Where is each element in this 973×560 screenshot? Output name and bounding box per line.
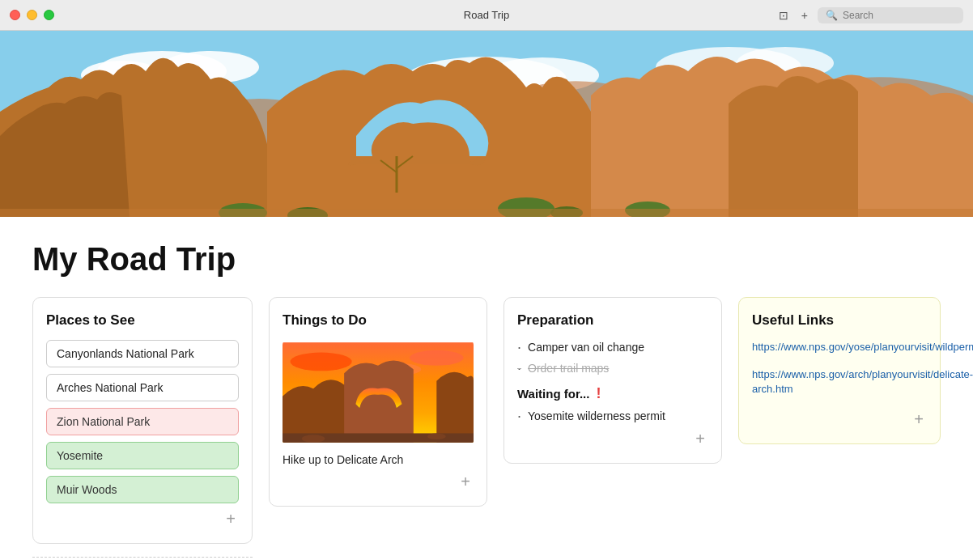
minimize-button[interactable] [27, 10, 37, 20]
bullet-done-icon: · [517, 361, 521, 375]
prep-add-button[interactable]: + [517, 430, 708, 448]
waiting-header: Waiting for... ! [517, 385, 708, 402]
prep-item-oilchange[interactable]: · Camper van oil change [517, 340, 708, 354]
waiting-heading: Waiting for... [517, 387, 589, 401]
waiting-item-permit[interactable]: · Yosemite wilderness permit [517, 409, 708, 423]
new-tab-icon[interactable]: ⊡ [775, 7, 792, 23]
prep-plus-icon: + [695, 430, 705, 448]
traffic-lights [10, 10, 54, 20]
page-title: My Road Trip [32, 241, 941, 278]
add-list-button[interactable]: + Add List [32, 557, 253, 560]
main-content: My Road Trip Places to See Canyonlands N… [0, 217, 973, 560]
places-add-button[interactable]: + [46, 510, 239, 528]
place-item-arches[interactable]: Arches National Park [46, 374, 239, 401]
bullet-icon: · [517, 340, 521, 354]
links-heading: Useful Links [752, 312, 927, 329]
links-add-button[interactable]: + [752, 410, 927, 429]
preparation-card: Preparation · Camper van oil change · Or… [503, 297, 722, 464]
things-heading: Things to Do [283, 312, 474, 329]
todo-image [283, 340, 474, 445]
add-icon[interactable]: + [798, 7, 811, 23]
svg-rect-16 [0, 209, 973, 217]
place-item-muirwoods[interactable]: Muir Woods [46, 476, 239, 503]
svg-point-23 [427, 433, 446, 439]
things-plus-icon: + [461, 473, 470, 491]
waiting-bullet-icon: · [517, 409, 521, 423]
titlebar: Road Trip ⊡ + 🔍 Search [0, 0, 973, 31]
places-heading: Places to See [46, 312, 239, 329]
svg-point-19 [410, 350, 464, 366]
links-card: Useful Links https://www.nps.gov/yose/pl… [738, 297, 941, 444]
columns-container: Places to See Canyonlands National Park … [32, 297, 941, 544]
prep-item-trailmaps[interactable]: · Order trail maps [517, 361, 708, 375]
link-item-arch[interactable]: https://www.nps.gov/arch/planyourvisit/d… [752, 367, 927, 397]
place-item-zion[interactable]: Zion National Park [46, 408, 239, 435]
svg-point-18 [291, 353, 352, 371]
links-plus-icon: + [914, 410, 924, 429]
exclamation-icon: ! [596, 385, 601, 402]
places-card: Places to See Canyonlands National Park … [32, 297, 253, 544]
titlebar-actions: ⊡ + 🔍 Search [775, 7, 963, 23]
search-placeholder: Search [843, 10, 873, 21]
maximize-button[interactable] [44, 10, 54, 20]
prep-heading: Preparation [517, 312, 708, 329]
todo-item-label[interactable]: Hike up to Delicate Arch [283, 453, 474, 466]
search-bar[interactable]: 🔍 Search [818, 7, 963, 23]
window-title: Road Trip [464, 9, 509, 21]
things-add-button[interactable]: + [283, 473, 474, 491]
link-item-yose[interactable]: https://www.nps.gov/yose/planyourvisit/w… [752, 340, 927, 354]
plus-icon: + [226, 510, 236, 528]
place-item-canyonlands[interactable]: Canyonlands National Park [46, 340, 239, 367]
svg-point-22 [302, 435, 325, 443]
close-button[interactable] [10, 10, 20, 20]
hero-image [0, 31, 973, 217]
place-item-yosemite[interactable]: Yosemite [46, 442, 239, 469]
things-card: Things to Do [269, 297, 487, 507]
search-icon: 🔍 [826, 10, 838, 21]
